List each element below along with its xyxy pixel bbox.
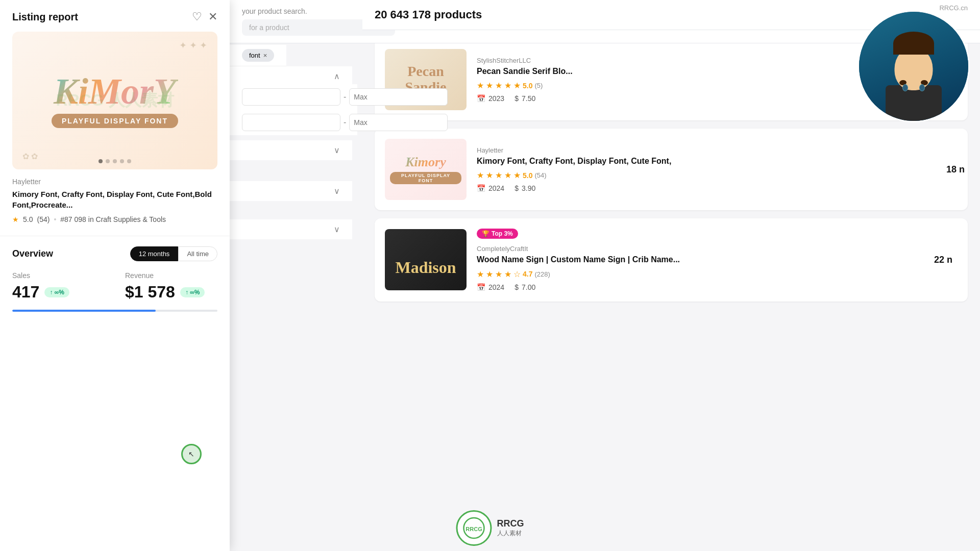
dot-2 <box>106 159 110 163</box>
filter-chevron-down-2[interactable]: ∨ <box>230 181 352 201</box>
person-eye-left <box>902 84 908 91</box>
revenue-badge: ↑ ∞% <box>180 287 205 297</box>
product-meta-kimory: 📅 2024 $ 3.90 <box>477 184 958 192</box>
remove-font-tag[interactable]: × <box>263 52 267 59</box>
review-count-kimory: (54) <box>534 171 546 179</box>
shop-name-report: Hayletter <box>12 178 217 186</box>
product-title-report: Kimory Font, Crafty Font, Display Font, … <box>12 189 217 210</box>
product-image-large: KiMorY PLAYFUL DISPLAY FONT ✦ ✦ ✦ ✿ ✿ RR… <box>12 32 217 169</box>
rrcg-watermark-top: RRCG.cn <box>939 4 968 12</box>
report-rating: 5.0 <box>23 215 33 223</box>
rrcg-main-text: RRCG <box>497 518 524 529</box>
person-eye-right <box>919 84 925 91</box>
filter-min-input-1[interactable] <box>242 88 340 106</box>
dot-4 <box>120 159 124 163</box>
product-title-wood: Wood Name Sign | Custom Name Sign | Crib… <box>477 255 958 265</box>
rating-num-wood: 4.7 <box>523 270 532 278</box>
product-thumb-wood: Live Text Preview Madison <box>385 229 467 290</box>
filter-chevron-down-1[interactable]: ∨ <box>230 140 352 160</box>
revenue-number: $1 578 <box>125 283 175 302</box>
person-body <box>886 85 942 121</box>
revenue-label: Revenue <box>125 271 217 280</box>
product-info-kimory: Hayletter Kimory Font, Crafty Font, Disp… <box>477 146 958 193</box>
svg-text:RRCG: RRCG <box>465 526 482 532</box>
price-icon-pecan: $ <box>514 94 519 103</box>
report-header: Listing report ♡ ✕ <box>0 0 230 32</box>
rrcg-circle: RRCG <box>456 510 492 546</box>
filter-row-2: - <box>230 110 357 135</box>
price-icon-wood: $ <box>514 283 519 291</box>
sales-number: 417 <box>12 283 39 302</box>
rrcg-logo-svg: RRCG <box>463 517 485 539</box>
product-card-kimory[interactable]: Kimory PLAYFUL DISPLAY FONT Hayletter Ki… <box>375 129 968 210</box>
filter-chevron-up[interactable]: ∧ <box>230 66 352 87</box>
review-count-wood: (228) <box>534 270 550 278</box>
rrcg-sub-text: 人人素材 <box>497 529 524 538</box>
image-dots <box>99 159 131 163</box>
search-hint: your product search. <box>242 7 307 15</box>
filter-row-1: - <box>230 84 357 110</box>
filter-chevron-down-3[interactable]: ∨ <box>230 219 352 239</box>
rank-text: #87 098 in Craft Supplies & Tools <box>60 215 166 223</box>
product-card-wood[interactable]: Live Text Preview Madison 🏆 Top 3% Compl… <box>375 218 968 302</box>
person-hair <box>893 32 934 55</box>
product-title-kimory: Kimory Font, Crafty Font, Display Font, … <box>477 156 958 167</box>
filter-max-input-2[interactable] <box>349 114 448 131</box>
kimory-thumb-text: Kimory <box>390 155 461 170</box>
rrcg-text-block: RRCG 人人素材 <box>497 518 524 538</box>
filter-max-input-1[interactable] <box>349 88 448 106</box>
kimory-subtitle: PLAYFUL DISPLAY FONT <box>52 114 178 128</box>
calendar-icon-wood: 📅 <box>477 283 485 291</box>
rating-num-kimory: 5.0 <box>523 171 532 180</box>
for-product-text[interactable]: for a product <box>249 23 289 32</box>
kimory-sales: 18 n <box>946 164 965 175</box>
product-thumb-kimory: Kimory PLAYFUL DISPLAY FONT <box>385 139 467 200</box>
review-count-pecan: (5) <box>534 82 543 89</box>
heart-button[interactable]: ♡ <box>192 10 202 23</box>
filter-min-input-2[interactable] <box>242 114 340 131</box>
filter-tags-row: font × <box>230 45 286 66</box>
metrics-row: Sales 417 ↑ ∞% Revenue $1 578 ↑ ∞% <box>12 271 217 302</box>
overview-header: Overview 12 months All time <box>12 246 217 261</box>
dot-3 <box>113 159 117 163</box>
report-title: Listing report <box>12 11 78 23</box>
sales-metric: Sales 417 ↑ ∞% <box>12 271 105 302</box>
decorative-flowers: ✿ ✿ <box>22 152 38 161</box>
shop-name-kimory: Hayletter <box>477 146 958 154</box>
revenue-value-row: $1 578 ↑ ∞% <box>125 283 217 302</box>
overview-section: Overview 12 months All time Sales 417 ↑ … <box>0 236 230 320</box>
product-meta-wood: 📅 2024 $ 7.00 <box>477 283 958 291</box>
calendar-icon-pecan: 📅 <box>477 94 485 103</box>
rating-num-pecan: 5.0 <box>523 82 532 90</box>
listing-report-panel: Listing report ♡ ✕ KiMorY PLAYFUL DISPLA… <box>0 0 230 551</box>
wood-thumb-text: Madison <box>395 258 456 277</box>
shop-name-wood: CompletelyCraftIt <box>477 245 958 253</box>
rating-row: ★ 5.0 (54) • #87 098 in Craft Supplies &… <box>12 215 217 223</box>
dot-5 <box>127 159 131 163</box>
rrcg-bottom-logo: RRCG RRCG 人人素材 <box>456 510 524 546</box>
overview-title: Overview <box>12 248 53 259</box>
kimory-main-title: KiMorY <box>52 73 178 110</box>
cursor-indicator: ↖ <box>181 444 202 464</box>
sales-label: Sales <box>12 271 105 280</box>
sales-value-row: 417 ↑ ∞% <box>12 283 105 302</box>
wood-sales: 22 n <box>934 255 952 265</box>
price-icon-kimory: $ <box>514 184 519 192</box>
shop-info-section: Hayletter Kimory Font, Crafty Font, Disp… <box>0 169 230 228</box>
top-badge-wood: 🏆 Top 3% <box>477 229 958 242</box>
webcam-overlay <box>857 10 970 122</box>
progress-bar-container <box>12 310 217 312</box>
time-all-button[interactable]: All time <box>178 246 217 261</box>
kimory-thumb-sub: PLAYFUL DISPLAY FONT <box>390 172 461 184</box>
report-reviews: (54) <box>37 215 50 223</box>
rating-star-icon: ★ <box>12 215 19 223</box>
product-info-wood: 🏆 Top 3% CompletelyCraftIt Wood Name Sig… <box>477 229 958 291</box>
time-12m-button[interactable]: 12 months <box>130 246 179 261</box>
decorative-stars: ✦ ✦ ✦ <box>179 40 207 51</box>
dot-1 <box>99 159 103 163</box>
font-tag[interactable]: font × <box>242 49 274 62</box>
stars-wood: ★ ★ ★ ★ ☆ 4.7 (228) <box>477 269 958 279</box>
sales-badge: ↑ ∞% <box>44 287 69 297</box>
revenue-metric: Revenue $1 578 ↑ ∞% <box>125 271 217 302</box>
close-button[interactable]: ✕ <box>208 10 217 23</box>
